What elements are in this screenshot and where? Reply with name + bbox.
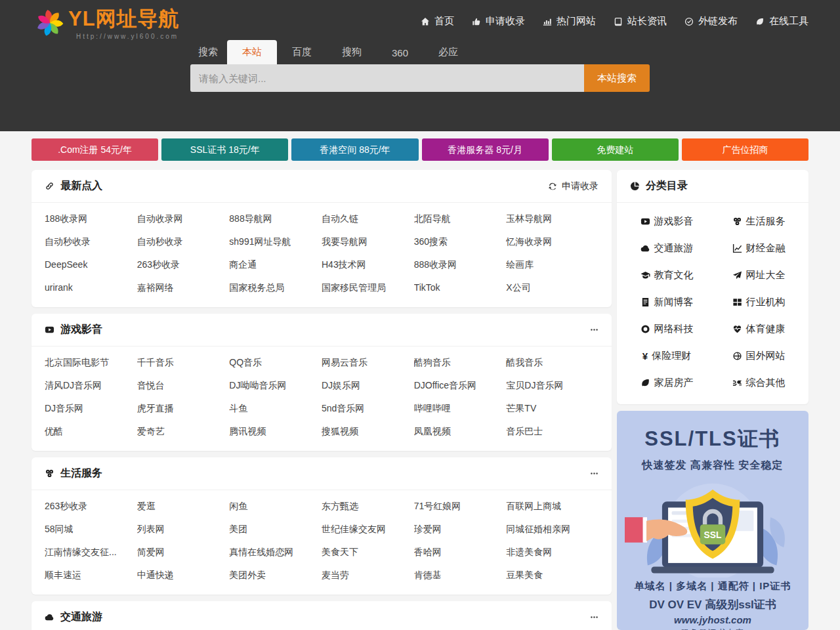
more-button[interactable] [590, 469, 598, 478]
site-link[interactable]: 58同城 [45, 518, 137, 541]
site-link[interactable]: 忆海收录网 [506, 230, 598, 253]
nav-item[interactable]: 外链发布 [684, 15, 738, 28]
site-link[interactable]: 5nd音乐网 [322, 397, 414, 420]
tab-sogou[interactable]: 搜狗 [327, 40, 377, 64]
site-link[interactable]: 顺丰速运 [45, 564, 137, 587]
category-item[interactable]: 综合其他 [713, 369, 805, 396]
site-link[interactable]: 北京国际电影节 [45, 351, 137, 374]
site-link[interactable]: 列表网 [137, 518, 230, 541]
nav-item[interactable]: 首页 [421, 15, 454, 28]
tab-site[interactable]: 本站 [227, 40, 277, 64]
category-item[interactable]: 行业机构 [713, 289, 805, 316]
promo-banner[interactable]: 香港服务器 8元/月 [422, 138, 549, 161]
site-link[interactable]: 中通快递 [137, 564, 230, 587]
more-button[interactable] [590, 326, 598, 334]
site-link[interactable]: 玉林导航网 [506, 207, 598, 230]
site-link[interactable]: 音乐巴士 [506, 420, 598, 443]
category-item[interactable]: 体育健康 [713, 316, 805, 343]
site-link[interactable]: QQ音乐 [229, 351, 322, 374]
site-link[interactable]: 优酷 [45, 420, 137, 443]
apply-inclusion-link[interactable]: 申请收录 [548, 180, 598, 192]
site-link[interactable]: 263秒收录 [137, 253, 230, 276]
nav-item[interactable]: 申请收录 [472, 15, 525, 28]
site-link[interactable]: 爱奇艺 [137, 420, 230, 443]
site-link[interactable]: 百联网上商城 [506, 495, 598, 518]
site-link[interactable]: 酷狗音乐 [414, 351, 507, 374]
site-link[interactable]: 酷我音乐 [506, 351, 598, 374]
site-link[interactable]: 北陌导航 [414, 207, 507, 230]
site-link[interactable]: 肯德基 [414, 564, 507, 587]
site-link[interactable]: 自动久链 [322, 207, 414, 230]
promo-banner[interactable]: 香港空间 88元/年 [291, 138, 418, 161]
nav-item[interactable]: 热门网站 [543, 15, 596, 28]
promo-banner[interactable]: SSL证书 18元/年 [161, 138, 288, 161]
tab-baidu[interactable]: 百度 [277, 40, 327, 64]
site-link[interactable]: 自动收录网 [137, 207, 230, 230]
site-link[interactable]: DJOffice音乐网 [414, 374, 507, 397]
site-link[interactable]: 爱逛 [137, 495, 230, 518]
nav-item[interactable]: 站长资讯 [614, 15, 667, 28]
site-link[interactable]: 斗鱼 [229, 397, 322, 420]
site-link[interactable]: X公司 [506, 276, 598, 299]
site-logo[interactable]: YL网址导航 Http://www.yl600.com [33, 6, 180, 40]
site-link[interactable]: 音悦台 [137, 374, 230, 397]
site-link[interactable]: 哔哩哔哩 [414, 397, 507, 420]
site-link[interactable]: 豆果美食 [506, 564, 598, 587]
more-button[interactable] [590, 613, 598, 621]
site-link[interactable]: H43技术网 [322, 253, 414, 276]
site-link[interactable]: 美团外卖 [229, 564, 322, 587]
category-item[interactable]: 教育文化 [621, 262, 713, 289]
tab-360[interactable]: 360 [377, 41, 423, 64]
site-link[interactable]: 香哈网 [414, 541, 507, 564]
site-link[interactable]: 世纪佳缘交友网 [322, 518, 414, 541]
search-input[interactable] [190, 64, 584, 92]
site-link[interactable]: 江南情缘交友征... [45, 541, 137, 564]
site-link[interactable]: 简爱网 [137, 541, 230, 564]
site-link[interactable]: 麦当劳 [322, 564, 414, 587]
category-item[interactable]: 生活服务 [713, 208, 805, 235]
site-link[interactable]: 美团 [229, 518, 322, 541]
site-link[interactable]: 搜狐视频 [322, 420, 414, 443]
site-link[interactable]: 美食天下 [322, 541, 414, 564]
site-link[interactable]: 我要导航网 [322, 230, 414, 253]
site-link[interactable]: 非遗美食网 [506, 541, 598, 564]
site-link[interactable]: 凤凰视频 [414, 420, 507, 443]
site-search-button[interactable]: 本站搜索 [584, 64, 650, 92]
site-link[interactable]: 绘画库 [506, 253, 598, 276]
nav-item[interactable]: 在线工具 [755, 15, 808, 28]
promo-banner[interactable]: .Com注册 54元/年 [32, 138, 158, 161]
category-item[interactable]: 游戏影音 [621, 208, 713, 235]
site-link[interactable]: 888收录网 [414, 253, 507, 276]
site-link[interactable]: 芒果TV [506, 397, 598, 420]
site-link[interactable]: 宝贝DJ音乐网 [506, 374, 598, 397]
category-item[interactable]: 新闻博客 [621, 289, 713, 316]
site-link[interactable]: 同城征婚相亲网 [506, 518, 598, 541]
site-link[interactable]: 腾讯视频 [229, 420, 322, 443]
site-link[interactable]: DJ呦呦音乐网 [229, 374, 322, 397]
category-item[interactable]: 网络科技 [621, 316, 713, 343]
site-link[interactable]: 嘉裕网络 [137, 276, 230, 299]
category-item[interactable]: 财经金融 [713, 235, 805, 262]
promo-banner[interactable]: 广告位招商 [682, 138, 808, 161]
site-link[interactable]: DeepSeek [45, 253, 137, 276]
site-link[interactable]: 真情在线婚恋网 [229, 541, 322, 564]
site-link[interactable]: 清风DJ音乐网 [45, 374, 137, 397]
site-link[interactable]: 188收录网 [45, 207, 137, 230]
site-link[interactable]: 东方甄选 [322, 495, 414, 518]
site-link[interactable]: 国家移民管理局 [322, 276, 414, 299]
site-link[interactable]: 888导航网 [229, 207, 322, 230]
category-item[interactable]: 网址大全 [713, 262, 805, 289]
site-link[interactable]: 珍爱网 [414, 518, 507, 541]
site-link[interactable]: 千千音乐 [137, 351, 230, 374]
site-link[interactable]: 闲鱼 [229, 495, 322, 518]
site-link[interactable]: 自动秒收录 [45, 230, 137, 253]
ssl-ad-banner[interactable]: SSL/TLS证书 快速签发 高兼容性 安全稳定 SSL [617, 411, 808, 630]
site-link[interactable]: 网易云音乐 [322, 351, 414, 374]
site-link[interactable]: 自动秒收录 [137, 230, 230, 253]
category-item[interactable]: 国外网站 [713, 343, 805, 369]
site-link[interactable]: DJ娱乐网 [322, 374, 414, 397]
category-item[interactable]: 家居房产 [621, 369, 713, 396]
site-link[interactable]: 国家税务总局 [229, 276, 322, 299]
site-link[interactable]: TikTok [414, 276, 507, 299]
site-link[interactable]: 263秒收录 [45, 495, 137, 518]
